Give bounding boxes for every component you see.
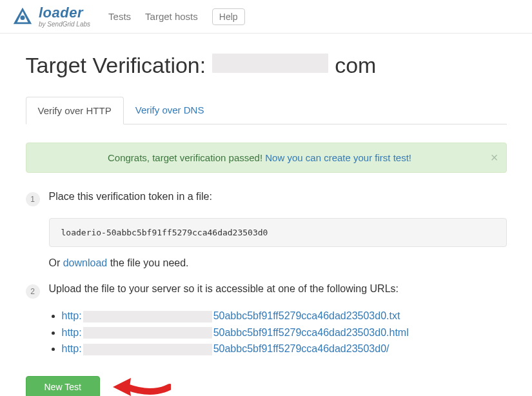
alert-create-test-link[interactable]: Now you can create your first test! [265, 152, 411, 163]
step-1: 1 Place this verification token in a fil… [26, 191, 507, 206]
new-test-button[interactable]: New Test [26, 376, 100, 396]
url-file: 50abbc5bf91ff5279cca46dad23503d0/ [213, 343, 389, 354]
nav-help[interactable]: Help [212, 8, 245, 25]
redacted-host [83, 344, 212, 355]
close-icon[interactable]: × [491, 151, 498, 164]
url-file: 50abbc5bf91ff5279cca46dad23503d0.txt [213, 310, 400, 321]
verification-token[interactable]: loaderio-50abbc5bf91ff5279cca46dad23503d… [49, 218, 507, 247]
brand-logo[interactable]: loader by SendGrid Labs [12, 6, 90, 28]
brand-subtitle: by SendGrid Labs [39, 21, 90, 28]
verify-tabs: Verify over HTTP Verify over DNS [26, 96, 507, 124]
success-alert: Congrats, target verification passed! No… [26, 143, 507, 173]
loader-logo-icon [12, 6, 34, 28]
annotation-arrow-icon [113, 374, 171, 396]
url-file: 50abbc5bf91ff5279cca46dad23503d0.html [213, 327, 409, 338]
nav-target-hosts[interactable]: Target hosts [145, 11, 198, 22]
step-2-badge: 2 [26, 284, 40, 299]
download-line: Or download the file you need. [49, 257, 507, 269]
nav-links: Tests Target hosts Help [108, 8, 245, 25]
brand-text: loader by SendGrid Labs [39, 6, 90, 28]
step-1-text: Place this verification token in a file: [49, 191, 507, 206]
verification-url-item[interactable]: http:50abbc5bf91ff5279cca46dad23503d0/ [62, 341, 507, 357]
redacted-domain [212, 54, 328, 73]
url-proto: http: [62, 327, 82, 338]
step-2-text: Upload the file to your server so it is … [49, 283, 507, 299]
verification-url-list: http:50abbc5bf91ff5279cca46dad23503d0.tx… [49, 308, 507, 357]
title-suffix: com [335, 53, 376, 78]
redacted-host [83, 327, 212, 339]
verification-url-item[interactable]: http:50abbc5bf91ff5279cca46dad23503d0.ht… [62, 324, 507, 341]
page-title: Target Verification: com [26, 53, 507, 78]
step-2: 2 Upload the file to your server so it i… [26, 283, 507, 299]
top-navbar: loader by SendGrid Labs Tests Target hos… [0, 0, 532, 34]
brand-title: loader [39, 6, 90, 20]
verification-url-item[interactable]: http:50abbc5bf91ff5279cca46dad23503d0.tx… [62, 308, 507, 324]
url-proto: http: [62, 343, 82, 354]
main-container: Target Verification: com Verify over HTT… [12, 34, 521, 396]
nav-tests[interactable]: Tests [108, 11, 131, 22]
url-proto: http: [62, 310, 82, 321]
svg-point-0 [20, 15, 25, 19]
alert-message: Congrats, target verification passed! [108, 152, 262, 163]
tab-verify-http[interactable]: Verify over HTTP [26, 97, 124, 124]
or-prefix: Or [49, 257, 63, 268]
step-1-badge: 1 [26, 192, 40, 206]
title-prefix: Target Verification: [26, 53, 206, 78]
redacted-host [83, 311, 212, 322]
tab-verify-dns[interactable]: Verify over DNS [124, 97, 216, 124]
tab-content-http: Congrats, target verification passed! No… [26, 124, 507, 396]
or-suffix: the file you need. [107, 257, 188, 268]
download-link[interactable]: download [63, 257, 108, 268]
